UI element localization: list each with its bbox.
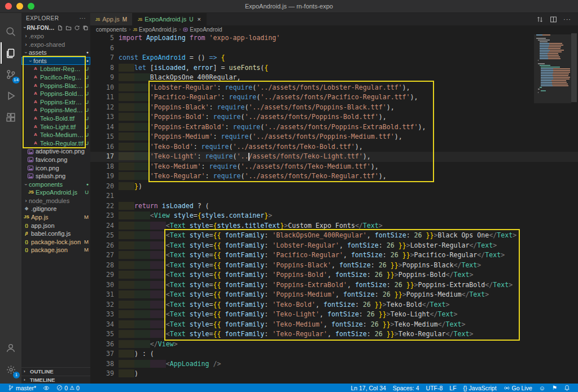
extensions-activity-icon[interactable] [1,107,21,128]
eol-item[interactable]: LF [446,385,459,391]
code-line[interactable]: 17 'Teko-Light': require('../assets/font… [90,152,578,162]
tree-item-splash-png[interactable]: splash.png [21,172,90,180]
code-line[interactable]: 23 <View style={styles.container}> [90,211,578,221]
explorer-more-actions-icon[interactable]: ··· [80,15,86,21]
tree-item-fonts[interactable]: ›fonts● [21,57,90,65]
breadcrumb-item-expoandroid[interactable]: ExpoAndroid [183,27,222,33]
code-line[interactable]: 35 <Text style={{ fontFamily: 'Teko-Regu… [90,329,578,340]
tree-item-package-json[interactable]: {}package.jsonM [21,246,90,254]
vertical-scrollbar[interactable] [570,33,578,384]
code-line[interactable]: 18 'Teko-Medium': require('../assets/fon… [90,162,578,172]
code-line[interactable]: 39 ) [90,369,578,379]
code-line[interactable]: 33 <Text style={{ fontFamily: 'Teko-Ligh… [90,310,578,320]
explorer-activity-icon[interactable] [1,42,21,64]
tab-expoandroid-js[interactable]: JSExpoAndroid.jsU× [133,13,207,25]
tree-item-node-modules[interactable]: ›node_modules [21,197,90,205]
split-editor-icon[interactable] [550,16,557,23]
tree-item-teko-light-ttf[interactable]: ATeko-Light.ttfU [21,123,90,131]
new-folder-icon[interactable] [65,25,72,31]
code-line[interactable]: 25 <Text style={{ fontFamily: 'BlackOpsO… [90,231,578,241]
close-window-button[interactable] [5,3,12,10]
code-line[interactable]: 10 'Lobster-Regular': require('../assets… [90,83,578,93]
code-line[interactable]: 16 'Teko-Bold': require('../assets/fonts… [90,142,578,152]
refresh-icon[interactable] [74,25,80,31]
tree-item-babel-config-js[interactable]: βbabel.config.js [21,230,90,238]
code-line[interactable]: 11 'Pacifico-Regular': require('../asset… [90,93,578,103]
tree-item-poppins-bold-ttf[interactable]: APoppins-Bold.ttfU [21,90,90,98]
code-line[interactable]: 34 <Text style={{ fontFamily: 'Teko-Medi… [90,320,578,330]
code-line[interactable]: 24 <Text style={styles.titleText}>Custom… [90,221,578,231]
breadcrumb-item-components[interactable]: components [96,27,126,33]
tree-item-lobster-regular-ttf[interactable]: ALobster-Regular.ttfU [21,65,90,73]
code-line[interactable]: 29 <Text style={{ fontFamily: 'Poppins-B… [90,270,578,280]
tree-item-assets[interactable]: ›assets● [21,49,90,57]
code-line[interactable]: 14 'Poppins-ExtraBold': require('../asse… [90,122,578,133]
tree-item-adaptive-icon-png[interactable]: adaptive-icon.png [21,147,90,156]
editor-more-actions-icon[interactable]: ··· [563,16,571,23]
git-branch-item[interactable]: master* [5,385,40,391]
tree-item-components[interactable]: ›components● [21,180,90,189]
tree-item-app-js[interactable]: JSApp.jsM [21,213,90,222]
tree-item-icon-png[interactable]: icon.png [21,164,90,173]
tree-item--gitignore[interactable]: ◆.gitignore [21,205,90,213]
code-line[interactable]: 31 <Text style={{ fontFamily: 'Poppins-M… [90,290,578,300]
minimap[interactable] [535,34,570,384]
indentation-item[interactable]: Spaces: 4 [389,385,423,391]
settings-icon[interactable]: 1 [1,359,21,380]
zoom-window-button[interactable] [28,3,34,10]
code-line[interactable]: 5import AppLoading from 'expo-app-loadin… [90,33,578,43]
code-line[interactable]: 32 <Text style={{ fontFamily: 'Teko-Bold… [90,300,578,310]
timeline-panel-header[interactable]: › TIMELINE [21,376,90,384]
tab-app-js[interactable]: JSApp.jsM [90,13,133,25]
notifications-item[interactable] [561,385,573,391]
code-line[interactable]: 8 let [isLoaded, error] = useFonts({ [90,63,578,73]
project-section-header[interactable]: › RN-FONTS-EXPO [21,24,90,32]
tree-item-package-lock-json[interactable]: {}package-lock.jsonM [21,238,90,246]
problems-item[interactable]: 0 ⚠ 0 [53,385,83,391]
breadcrumb-item-expoandroid-js[interactable]: JSExpoAndroid.js [133,27,177,33]
tree-item--expo[interactable]: ›.expo [21,32,90,41]
tree-item-teko-medium-ttf[interactable]: ATeko-Medium.ttfU [21,131,90,139]
minimize-window-button[interactable] [16,3,23,10]
code-line[interactable]: 19 'Teko-Regular': require('../assets/fo… [90,171,578,182]
scrollbar-thumb[interactable] [571,33,577,102]
tree-item--expo-shared[interactable]: ›.expo-shared [21,41,90,49]
feedback-item[interactable]: ☺ [536,385,549,391]
code-line[interactable]: 12 'Poppins-Black': require('../assets/f… [90,103,578,113]
code-line[interactable]: 26 <Text style={{ fontFamily: 'Lobster-R… [90,241,578,251]
encoding-item[interactable]: UTF-8 [423,385,446,391]
tree-item-pacifico-regular-ttf[interactable]: APacifico-Regular.ttfU [21,73,90,82]
code-line[interactable]: 30 <Text style={{ fontFamily: 'Poppins-E… [90,280,578,290]
tree-item-expoandroid-js[interactable]: JSExpoAndroid.jsU [21,188,90,197]
tree-item-favicon-png[interactable]: favicon.png [21,156,90,164]
tree-item-teko-bold-ttf[interactable]: ATeko-Bold.ttfU [21,114,90,123]
new-file-icon[interactable] [57,25,63,31]
go-live-item[interactable]: Go Live [500,385,536,391]
code-line[interactable]: 27 <Text style={{ fontFamily: 'Pacifico-… [90,250,578,261]
code-line[interactable]: 9 BlackOpsOne_400Regular, [90,73,578,83]
code-line[interactable]: 15 'Poppins-Medium': require('../assets/… [90,132,578,142]
code-line[interactable]: 6 [90,43,578,54]
tree-item-teko-regular-ttf[interactable]: ATeko-Regular.ttfU [21,139,90,148]
language-mode-item[interactable]: {} JavaScript [460,385,500,391]
tree-item-poppins-black-ttf[interactable]: APoppins-Black.ttfU [21,82,90,90]
code-line[interactable]: 38 <AppLoading /> [90,359,578,369]
code-line[interactable]: 36 </View> [90,340,578,350]
code-line[interactable]: 7const ExpoAndroid = () => { [90,53,578,63]
tree-item-app-json[interactable]: {}app.json [21,222,90,230]
code-line[interactable]: 28 <Text style={{ fontFamily: 'Poppins-B… [90,261,578,271]
code-line[interactable]: 21 [90,191,578,201]
code-editor[interactable]: 5import AppLoading from 'expo-app-loadin… [90,33,578,384]
cursor-position-item[interactable]: Ln 17, Col 34 [347,385,389,391]
tree-item-poppins-medium-ttf[interactable]: APoppins-Medium.ttfU [21,106,90,114]
collapse-all-icon[interactable] [82,25,89,31]
code-line[interactable]: 22 return isLoaded ? ( [90,201,578,212]
open-changes-icon[interactable] [536,16,544,23]
code-line[interactable]: 13 'Poppins-Bold': require('../assets/fo… [90,112,578,122]
gitlens-toggle-item[interactable] [40,385,53,391]
code-line[interactable]: 37 ) : ( [90,349,578,359]
tree-item-poppins-extrabold-ttf[interactable]: APoppins-ExtraBold.ttfU [21,98,90,107]
code-line[interactable]: 20 }) [90,182,578,192]
account-icon[interactable] [1,337,21,359]
close-tab-icon[interactable]: × [198,16,201,23]
